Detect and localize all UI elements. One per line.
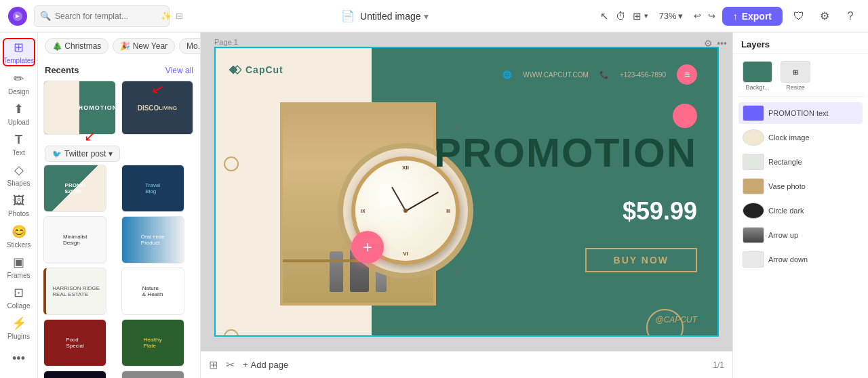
sidebar-item-templates[interactable]: ⊞ Templates [3,38,35,66]
clock-num-3: III [446,209,450,213]
app-logo [8,7,27,26]
arrow-down-icon: ↓ [453,265,459,279]
clock-center [403,209,408,213]
template-item[interactable]: FoodSpecial [43,319,106,366]
add-page-btn[interactable]: + Add page [243,360,288,370]
buy-now-button[interactable]: BUY NOW [585,248,697,272]
layer-item[interactable]: Rectangle [738,151,863,173]
file-title-text: Untitled image [360,11,421,22]
sidebar-item-design[interactable]: ✏ Design [3,69,35,97]
tag-newyear[interactable]: 🎉 New Year [113,38,175,54]
page-counter: 1/1 [713,360,724,370]
layer-controls: Backgr... ⊞ Resize [733,54,868,96]
template-item[interactable]: Oral rinseProduct [121,216,184,264]
plus-icon: + [243,360,248,370]
zoom-control[interactable]: 73% ▾ [655,9,687,22]
layer-item[interactable]: Arrow down [738,249,863,270]
sidebar-item-plugins[interactable]: ⚡ Plugins [3,314,35,342]
layer-item[interactable]: Arrow up [738,224,863,246]
filter-label: Twitter post [64,149,106,159]
layout-btn[interactable]: ⊞ ▾ [633,10,648,22]
pink-circle-accent [673,104,697,128]
view-all-btn[interactable]: View all [165,66,193,75]
search-input[interactable] [55,12,157,21]
sidebar-label-text: Text [12,149,24,156]
help-icon-btn[interactable]: ? [841,7,860,26]
search-box[interactable]: 🔍 ✨ ⊟ [34,5,170,27]
layer-item[interactable]: PROMOTION text [738,102,863,124]
design-canvas: CapCut 🌐 WWW.CAPCUT.COM 📞 +123-456-7890 … [214,47,719,337]
template-item[interactable]: MinimalistDesign [43,216,106,264]
tag-label: 🎄 Christmas [52,41,101,51]
layer-thumbnail [743,129,764,146]
layer-item[interactable]: Clock image [738,127,863,148]
chevron-down-icon: ▾ [108,149,113,159]
tag-christmas[interactable]: 🎄 Christmas [45,38,108,54]
shapes-icon: ◇ [14,163,24,177]
header-info: 🌐 WWW.CAPCUT.COM 📞 +123-456-7890 ≡ [502,64,697,85]
shield-icon-btn[interactable]: 🛡 [789,7,808,26]
tag-more[interactable]: Mo... [179,38,200,54]
layer-item[interactable]: Vase photo [738,175,863,197]
undo-btn[interactable]: ↩ [694,11,701,21]
zoom-value: 73% [659,11,677,21]
sidebar-item-more[interactable]: ••• [3,345,35,373]
collage-icon: ⊡ [14,285,24,300]
timer-btn[interactable]: ⏱ [616,10,626,22]
sidebar-item-upload[interactable]: ⬆ Upload [3,100,35,127]
sidebar-item-frames[interactable]: ▣ Frames [3,253,35,280]
photos-icon: 🖼 [13,194,25,208]
template-item[interactable]: PROMOTION [43,81,116,135]
template-item[interactable]: PROMO$29.99 [43,165,106,212]
layers-panel: Layers Backgr... ⊞ Resize PROMOTION text… [732,33,868,378]
select-tool-btn[interactable]: ↖ [600,10,609,22]
logo-text: CapCut [245,64,283,75]
layers-title: Layers [733,33,868,54]
sidebar-item-collage[interactable]: ⊡ Collage [3,283,35,311]
file-title[interactable]: Untitled image ▾ [360,11,429,22]
template-item[interactable]: HealthyPlate [121,319,184,366]
promotion-text: PROMOTION [434,129,697,176]
redo-btn[interactable]: ↪ [708,11,715,21]
settings-icon-btn[interactable]: ⚙ [815,7,834,26]
tags-row: 🎄 Christmas 🎉 New Year Mo... [38,33,200,60]
layer-name: Vase photo [768,182,806,190]
clock-hour-hand [391,187,406,211]
template-item[interactable]: MECHANICALWATCHES [121,371,184,378]
sidebar-item-stickers[interactable]: 😊 Stickers [3,222,35,250]
layer-name: Clock image [768,133,810,142]
template-item[interactable]: TravelBlog [121,165,184,212]
twitter-post-filter[interactable]: 🐦 Twitter post ▾ [45,146,120,162]
layer-name: Circle dark [768,207,804,215]
sidebar-label-shapes: Shapes [7,180,31,187]
add-page-label: Add page [251,360,289,370]
sidebar-item-text[interactable]: T Text [3,130,35,158]
background-tool[interactable]: Backgr... [740,58,775,93]
templates-icon: ⊞ [14,40,24,55]
plugins-icon: ⚡ [12,316,26,331]
layer-thumbnail [743,251,764,268]
template-item[interactable]: HARRISON RIDGEREAL ESTATE [43,268,106,315]
template-item[interactable]: RACINGPASSION [43,371,106,378]
layer-name: Arrow down [768,255,808,264]
tag-label: 🎉 New Year [120,41,167,51]
template-item[interactable]: Nature& Health [121,268,184,315]
sidebar-label-collage: Collage [7,302,31,310]
topbar: 🔍 ✨ ⊟ 📄 Untitled image ▾ ↖ ⏱ ⊞ ▾ 73% ▾ ↩… [0,0,868,33]
accent-circle: ≡ [677,64,697,85]
layer-item[interactable]: Circle dark [738,200,863,222]
layer-thumbnail [743,154,764,170]
twitter-icon: 🐦 [52,150,62,159]
sidebar-item-photos[interactable]: 🖼 Photos [3,192,35,219]
file-icon: 📄 [341,9,355,22]
resize-tool[interactable]: ⊞ Resize [778,58,813,93]
website-text: WWW.CAPCUT.COM [523,71,589,79]
recents-grid: PROMOTION DISCOLIVING [43,81,195,135]
sidebar-item-shapes[interactable]: ◇ Shapes [3,161,35,189]
layer-name: Rectangle [768,158,802,166]
expand-icon-btn[interactable]: ⊞ [209,358,218,371]
layer-thumbnail [743,227,764,243]
add-element-button[interactable]: + [351,231,384,264]
export-button[interactable]: ↑ Export [722,7,783,26]
crop-icon-btn[interactable]: ✂ [226,358,235,371]
